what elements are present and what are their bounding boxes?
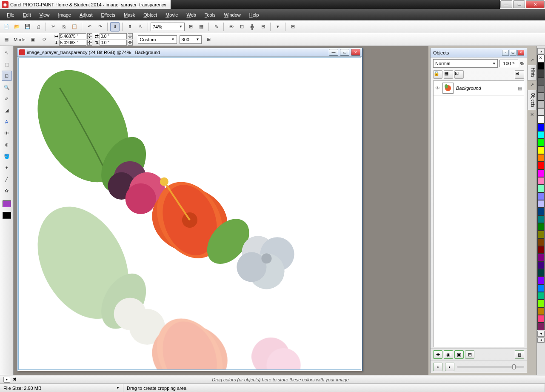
menu-tools[interactable]: Tools bbox=[200, 11, 220, 19]
menu-adjust[interactable]: Adjust bbox=[75, 11, 97, 19]
launcher-button[interactable]: ⊞ bbox=[288, 22, 297, 31]
file-size-cell[interactable]: File Size: 2.90 MB ▼ bbox=[0, 384, 123, 392]
thumbnail-size-large-button[interactable]: ▪ bbox=[445, 363, 454, 371]
palette-swatch-25[interactable] bbox=[537, 254, 545, 261]
palette-swatch-8[interactable] bbox=[537, 123, 545, 131]
text-tool[interactable]: A bbox=[2, 117, 12, 127]
objects-tab[interactable]: Objects bbox=[527, 90, 536, 110]
dy-input[interactable]: 0.0 " bbox=[100, 40, 127, 46]
layers-list[interactable]: 👁 Background ▤ bbox=[433, 80, 524, 347]
palette-swatch-28[interactable] bbox=[537, 277, 545, 284]
red-eye-tool[interactable]: 👁 bbox=[2, 128, 12, 138]
palette-swatch-32[interactable] bbox=[537, 307, 545, 315]
palette-swatch-24[interactable] bbox=[537, 246, 545, 254]
show-grid-button[interactable]: ⊡ bbox=[237, 22, 246, 31]
zoom-fit-button[interactable]: ⊞ bbox=[186, 22, 195, 31]
delete-object-button[interactable]: 🗑 bbox=[515, 350, 524, 359]
lock-position-button[interactable]: ⊡ bbox=[454, 70, 464, 79]
document-titlebar[interactable]: image_sprayer_transparency (24-Bit RGB) … bbox=[17, 48, 362, 57]
palette-swatch-5[interactable] bbox=[537, 100, 545, 108]
thumbnail-size-small-button[interactable]: ▫ bbox=[433, 363, 442, 371]
new-from-clipboard-button[interactable]: ▤ bbox=[2, 35, 11, 44]
palette-swatch-23[interactable] bbox=[537, 238, 545, 246]
palette-swatch-7[interactable] bbox=[537, 116, 545, 123]
new-button[interactable]: 📄 bbox=[2, 22, 11, 31]
palette-swatch-27[interactable] bbox=[537, 269, 545, 277]
palette-swatch-26[interactable] bbox=[537, 261, 545, 269]
docker-expand-button[interactable]: » bbox=[502, 50, 509, 56]
crop-tool[interactable]: ⊡ bbox=[2, 71, 12, 81]
new-object-button[interactable]: ✚ bbox=[433, 350, 442, 359]
palette-swatch-18[interactable] bbox=[537, 200, 545, 208]
redo-button[interactable]: ↷ bbox=[95, 22, 105, 31]
foreground-color[interactable] bbox=[3, 200, 11, 207]
dx-spinner[interactable]: ▴▾ bbox=[128, 33, 133, 39]
palette-swatch-3[interactable] bbox=[537, 85, 545, 93]
canvas[interactable] bbox=[18, 57, 361, 370]
publish-button[interactable]: ⇱ bbox=[136, 22, 145, 31]
menu-object[interactable]: Object bbox=[139, 11, 161, 19]
clip-button[interactable]: ⊟ bbox=[515, 70, 524, 79]
zoom-combo[interactable]: 74% ▼ bbox=[151, 23, 185, 31]
import-button[interactable]: ⬇ bbox=[110, 22, 120, 31]
dpi-combo[interactable]: 300 ▼ bbox=[180, 35, 202, 44]
pick-tool[interactable]: ↖ bbox=[2, 48, 12, 58]
doc-minimize-button[interactable]: — bbox=[329, 49, 338, 56]
lock-transparency-button[interactable]: 🔒 bbox=[433, 70, 442, 79]
visibility-icon[interactable]: 👁 bbox=[435, 86, 440, 91]
menu-file[interactable]: File bbox=[3, 11, 19, 19]
mode-button[interactable]: ▣ bbox=[28, 35, 37, 44]
menu-effects[interactable]: Effects bbox=[97, 11, 120, 19]
palette-swatch-20[interactable] bbox=[537, 215, 545, 223]
palette-no-color[interactable] bbox=[537, 54, 545, 62]
new-group-button[interactable]: ▣ bbox=[454, 350, 464, 359]
palette-down-button[interactable]: ▾ bbox=[537, 331, 545, 337]
palette-swatch-9[interactable] bbox=[537, 131, 545, 139]
play-button[interactable]: ▸ bbox=[3, 377, 10, 383]
palette-up-button[interactable]: ▴ bbox=[537, 48, 545, 54]
hints-tab-arrow[interactable]: ↗ bbox=[527, 56, 536, 64]
fill-tool[interactable]: 🪣 bbox=[2, 151, 12, 161]
palette-swatch-11[interactable] bbox=[537, 146, 545, 154]
reset-button[interactable]: ⟳ bbox=[40, 35, 49, 44]
maximize-button[interactable]: ▭ bbox=[513, 0, 525, 8]
eyedropper-tool[interactable]: ✐ bbox=[2, 94, 12, 104]
palette-swatch-34[interactable] bbox=[537, 323, 545, 330]
blend-mode-combo[interactable]: Normal ▼ bbox=[433, 59, 498, 68]
snap-button[interactable]: ⊟ bbox=[258, 22, 268, 31]
objects-docker-header[interactable]: Objects » ▭ ✕ bbox=[431, 48, 527, 57]
dx-input[interactable]: 0.0 " bbox=[100, 33, 127, 39]
collapse-tab-icon[interactable]: ✕ bbox=[527, 111, 536, 119]
palette-pager-button[interactable]: ◂ bbox=[537, 338, 545, 343]
menu-help[interactable]: Help bbox=[245, 11, 263, 19]
save-button[interactable]: 💾 bbox=[23, 22, 32, 31]
undo-button[interactable]: ↶ bbox=[85, 22, 94, 31]
fullscreen-button[interactable]: ▦ bbox=[197, 22, 206, 31]
menu-edit[interactable]: Edit bbox=[19, 11, 35, 19]
menu-web[interactable]: Web bbox=[182, 11, 200, 19]
show-rulers-button[interactable]: 👁 bbox=[226, 22, 236, 31]
palette-swatch-6[interactable] bbox=[537, 108, 545, 116]
paste-button[interactable]: 📋 bbox=[70, 22, 79, 31]
eraser-tool[interactable]: ◢ bbox=[2, 105, 12, 115]
palette-swatch-31[interactable] bbox=[537, 300, 545, 307]
line-tool[interactable]: ╱ bbox=[2, 174, 12, 184]
height-spinner[interactable]: ▴▾ bbox=[87, 40, 92, 46]
menu-view[interactable]: View bbox=[35, 11, 54, 19]
new-lens-button[interactable]: ◉ bbox=[444, 350, 453, 359]
palette-swatch-2[interactable] bbox=[537, 77, 545, 85]
preset-combo[interactable]: Custom ▼ bbox=[138, 35, 177, 44]
clone-tool[interactable]: ⊕ bbox=[2, 140, 12, 150]
close-button[interactable]: ✕ bbox=[526, 0, 545, 8]
palette-swatch-14[interactable] bbox=[537, 169, 545, 177]
menu-image[interactable]: Image bbox=[54, 11, 75, 19]
doc-maximize-button[interactable]: ▭ bbox=[340, 49, 349, 56]
palette-swatch-30[interactable] bbox=[537, 292, 545, 300]
print-button[interactable]: 🖨 bbox=[34, 22, 43, 31]
mask-rect-tool[interactable]: ⬚ bbox=[2, 59, 12, 69]
palette-swatch-1[interactable] bbox=[537, 70, 545, 77]
lock-pixels-button[interactable]: ▦ bbox=[444, 70, 453, 79]
layer-options-icon[interactable]: ▤ bbox=[518, 86, 522, 91]
cut-button[interactable]: ✂ bbox=[49, 22, 58, 31]
options-button[interactable]: ▾ bbox=[273, 22, 282, 31]
